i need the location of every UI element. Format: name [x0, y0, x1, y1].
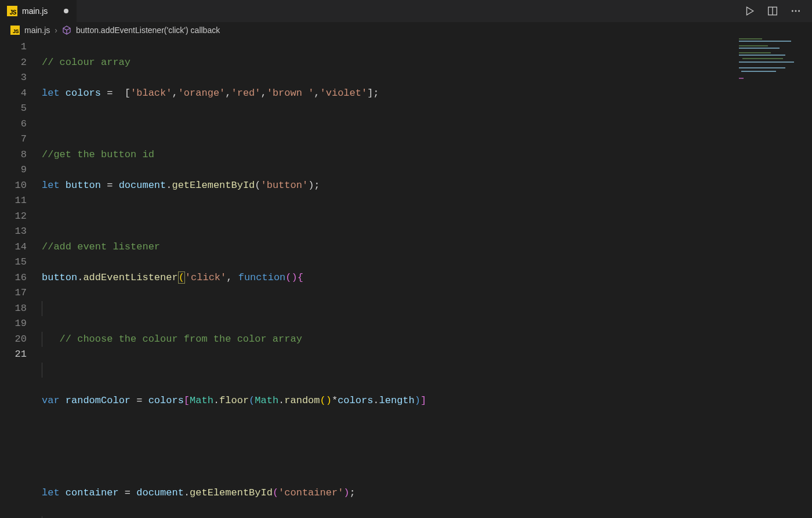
breadcrumb[interactable]: JS main.js › button.addEventListener('cl…: [0, 22, 812, 38]
code-token: //get the button id: [42, 149, 154, 160]
code-token: 'button': [261, 180, 309, 191]
code-area[interactable]: // colour array let colors = ['black','o…: [42, 38, 812, 518]
breadcrumb-symbol[interactable]: button.addEventListener('click') callbac…: [76, 26, 220, 35]
svg-rect-5: [739, 38, 762, 39]
code-token: getElementById: [172, 180, 255, 191]
code-token: 'click': [185, 272, 226, 283]
code-token: floor: [219, 395, 249, 406]
code-token: .: [373, 395, 379, 406]
code-token: [: [184, 395, 190, 406]
svg-rect-9: [739, 52, 771, 53]
tab-bar: JS main.js: [0, 0, 812, 22]
code-token: =: [130, 395, 148, 406]
code-token: (: [249, 395, 255, 406]
code-token: ,: [226, 272, 238, 283]
code-token: //add event listener: [42, 241, 160, 252]
svg-point-2: [792, 10, 793, 12]
code-token: getElementById: [190, 487, 273, 498]
svg-rect-15: [739, 78, 744, 79]
editor[interactable]: 123456789101112131415161718192021 // col…: [0, 38, 812, 518]
code-token: let: [42, 88, 60, 99]
code-token: (: [178, 271, 185, 284]
code-token: length: [379, 395, 415, 406]
code-token: colors: [338, 395, 373, 406]
chevron-right-icon: ›: [55, 26, 57, 35]
js-file-icon: JS: [10, 26, 20, 35]
svg-rect-12: [739, 61, 794, 63]
svg-rect-13: [739, 67, 785, 68]
code-token: 'container': [278, 487, 343, 498]
code-token: function: [238, 272, 286, 283]
code-token: .: [213, 395, 219, 406]
code-token: ];: [367, 88, 379, 99]
code-token: let: [42, 180, 60, 191]
code-token: ]: [420, 395, 426, 406]
svg-point-4: [798, 10, 800, 12]
code-token: button: [66, 180, 101, 191]
code-token: ): [415, 395, 420, 406]
code-token: =: [119, 487, 137, 498]
line-number-gutter: 123456789101112131415161718192021: [0, 38, 42, 518]
method-icon: [62, 26, 71, 35]
code-token: 'brown ': [267, 88, 314, 99]
svg-rect-14: [741, 71, 776, 72]
code-token: Math: [190, 395, 213, 406]
split-editor-icon[interactable]: [767, 5, 778, 17]
code-token: document: [136, 487, 184, 498]
code-token: );: [308, 180, 320, 191]
svg-point-3: [795, 10, 797, 12]
svg-rect-7: [739, 45, 768, 46]
code-token: .: [77, 272, 83, 283]
code-token: 'black': [130, 88, 172, 99]
code-token: 'orange': [178, 88, 226, 99]
code-token: colors: [66, 88, 101, 99]
code-token: .: [184, 487, 190, 498]
svg-rect-10: [739, 55, 785, 56]
code-token: 'red': [231, 88, 261, 99]
svg-rect-6: [739, 41, 791, 42]
code-token: =: [101, 180, 119, 191]
code-token: (: [255, 180, 260, 191]
unsaved-indicator-icon: [64, 9, 68, 13]
code-token: randomColor: [66, 395, 130, 406]
code-token: // colour array: [42, 57, 130, 68]
code-token: container: [66, 487, 119, 498]
code-token: addEventListener: [83, 272, 177, 283]
code-token: colors: [148, 395, 184, 406]
code-token: random: [284, 395, 320, 406]
code-token: .: [166, 180, 172, 191]
code-token: Math: [255, 395, 278, 406]
minimap[interactable]: [739, 38, 809, 108]
code-token: document: [119, 180, 166, 191]
code-token: 'violet': [320, 88, 368, 99]
svg-rect-8: [739, 48, 780, 49]
tab-main-js[interactable]: JS main.js: [0, 0, 77, 22]
code-token: .: [278, 395, 284, 406]
code-token: let: [42, 487, 60, 498]
code-token: // choose the colour from the color arra…: [60, 334, 302, 345]
js-file-icon: JS: [7, 6, 17, 16]
breadcrumb-file[interactable]: main.js: [24, 26, 50, 35]
more-actions-icon[interactable]: [790, 5, 802, 17]
run-icon[interactable]: [744, 5, 755, 17]
code-token: button: [42, 272, 77, 283]
code-token: = [: [101, 88, 130, 99]
code-token: var: [42, 395, 60, 406]
tab-filename: main.js: [22, 6, 48, 16]
tab-actions: [733, 0, 812, 22]
svg-rect-11: [742, 58, 783, 59]
